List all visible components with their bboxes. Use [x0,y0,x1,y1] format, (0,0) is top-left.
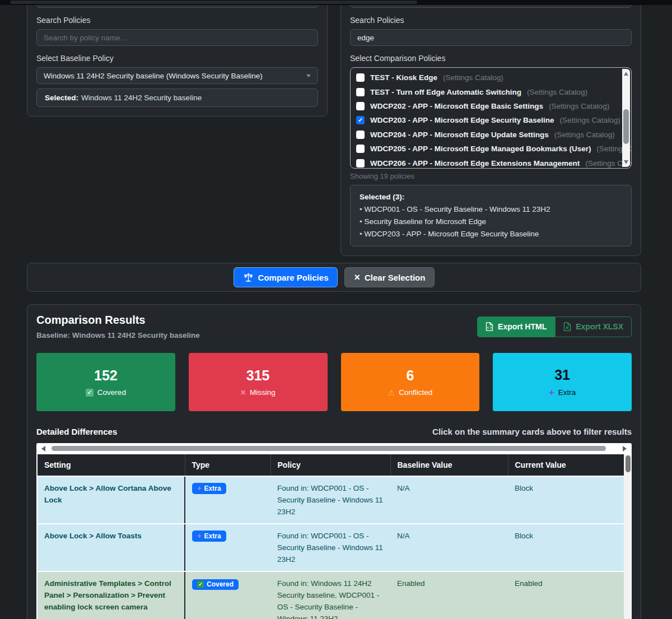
covered-label: Covered [97,388,126,397]
scales-icon [243,272,254,283]
policy-cell: Found in: WDCP001 - OS - Security Baseli… [270,524,390,571]
scroll-down-arrow-icon[interactable] [624,160,628,164]
table-header-row: Setting Type Policy Baseline Value Curre… [38,454,624,476]
checkbox-unchecked-icon[interactable] [356,88,365,96]
extra-count: 31 [554,367,570,383]
covered-count: 152 [94,367,118,384]
current-value-cell: Enabled [508,571,624,619]
policy-list-item[interactable]: ✓ WDCP203 - APP - Microsoft Edge Securit… [356,113,619,127]
missing-count: 315 [246,367,270,384]
results-title: Comparison Results [36,314,200,327]
baseline-value-cell: Enabled [390,571,508,619]
checkbox-unchecked-icon[interactable] [356,159,365,167]
policy-comparison-page: Windows Security baseline Search Policie… [0,5,672,619]
baseline-search-label: Search Policies [36,16,318,25]
comparison-search-label: Search Policies [350,16,632,25]
warning-icon: ⚠ [388,389,395,397]
differences-table-container: Setting Type Policy Baseline Value Curre… [36,443,632,619]
policy-list-item[interactable]: TEST - Kiosk Edge (Settings Catalog) [356,71,619,85]
comparison-selected-box: Selected (3): WDCP001 - OS - Security Ba… [350,185,632,246]
table-horizontal-scrollbar[interactable] [38,444,631,453]
setting-cell: Above Lock > Allow Toasts [38,524,185,571]
policy-list-item[interactable]: WDCP205 - APP - Microsoft Edge Managed B… [356,142,619,156]
baseline-prefix: Baseline: [36,331,70,339]
baseline-value-cell: N/A [390,524,508,571]
column-header-baseline-value: Baseline Value [390,454,508,476]
browser-chrome-inner [10,1,417,4]
baseline-value-cell: N/A [390,476,508,524]
policy-list-item[interactable]: WDCP204 - APP - Microsoft Edge Update Se… [356,128,619,142]
checkbox-unchecked-icon[interactable] [356,131,365,139]
policy-list-item[interactable]: TEST - Turn off Edge Automatic Switching… [356,85,619,99]
policy-cell: Found in: Windows 11 24H2 Security basel… [270,571,390,619]
baseline-name: Windows 11 24H2 Security baseline [72,331,200,339]
extra-label: Extra [558,388,576,397]
baseline-search-input[interactable] [36,29,318,46]
checkbox-unchecked-icon[interactable] [356,102,365,110]
comparison-policy-panel: All Policy Types Search Policies Select … [340,0,641,256]
check-square-icon: ✓ [197,581,204,588]
browser-chrome-strip [0,0,672,5]
results-header: Comparison Results Baseline: Windows 11 … [36,314,632,339]
select-baseline-label: Select Baseline Policy [36,54,318,63]
selected-policy-item: Security Baseline for Microsoft Edge [360,216,622,228]
scroll-up-arrow-icon[interactable] [624,72,628,76]
checkbox-checked-icon[interactable]: ✓ [356,116,365,124]
column-header-policy: Policy [270,454,390,476]
results-header-text: Comparison Results Baseline: Windows 11 … [36,314,200,339]
comparison-policies-listbox: TEST - Kiosk Edge (Settings Catalog) TES… [350,67,632,169]
baseline-policy-select-value: Windows 11 24H2 Security baseline (Windo… [44,72,263,80]
policy-list-item[interactable]: WDCP202 - APP - Microsoft Edge Basic Set… [356,99,619,113]
extra-badge: +Extra [192,483,226,494]
type-cell: ✓Covered [185,571,270,619]
scrollbar-thumb[interactable] [52,446,606,451]
conflicted-label: Conflicted [399,388,432,397]
xlsx-file-icon [563,322,571,331]
plus-icon: + [549,388,554,397]
column-header-current-value: Current Value [508,454,624,476]
export-html-label: Export HTML [498,322,547,331]
listbox-vertical-scrollbar[interactable] [622,69,630,167]
summary-cards-row: 152 ✓ Covered 315 × Missing 6 ⚠ Conflict… [36,353,632,411]
export-xlsx-button[interactable]: Export XLSX [555,317,632,337]
actions-bar: Compare Policies × Clear Selection [27,263,641,292]
compare-policies-button[interactable]: Compare Policies [234,267,338,287]
filter-hint-text: Click on the summary cards above to filt… [432,427,632,436]
select-comparison-label: Select Comparison Policies [350,54,632,63]
plus-icon: + [197,485,202,492]
baseline-policy-select[interactable]: Windows 11 24H2 Security baseline (Windo… [36,67,318,84]
policy-list-item[interactable]: WDCP206 - APP - Microsoft Edge Extension… [356,156,619,169]
checkbox-unchecked-icon[interactable] [356,145,365,153]
selected-policy-item: WDCP203 - APP - Microsoft Edge Security … [360,228,622,240]
chevron-down-icon [306,75,311,77]
close-icon: × [354,272,360,282]
scrollbar-thumb[interactable] [626,455,631,472]
missing-summary-card[interactable]: 315 × Missing [189,353,328,411]
baseline-policy-panel: Windows Security baseline Search Policie… [27,0,328,117]
check-square-icon: ✓ [86,389,94,397]
table-row: Above Lock > Allow Toasts +Extra Found i… [38,524,624,571]
type-cell: +Extra [185,524,270,571]
extra-badge: +Extra [192,530,226,542]
comparison-search-input[interactable] [350,29,632,46]
export-html-button[interactable]: Export HTML [477,317,555,337]
setting-cell: Administrative Templates > Control Panel… [38,571,185,619]
cross-icon: × [241,388,246,397]
table-vertical-scrollbar[interactable] [624,454,631,619]
checkbox-unchecked-icon[interactable] [356,73,365,82]
extra-summary-card[interactable]: 31 + Extra [493,353,632,411]
scroll-left-arrow-icon[interactable] [41,446,45,452]
scrollbar-thumb[interactable] [623,109,629,144]
selected-count-header: Selected (3): [360,191,622,203]
current-value-cell: Block [508,524,624,571]
showing-policies-count: Showing 19 policies [350,172,632,180]
covered-summary-card[interactable]: 152 ✓ Covered [36,353,175,411]
export-button-group: Export HTML Export XLSX [477,317,632,337]
results-baseline-text: Baseline: Windows 11 24H2 Security basel… [36,331,200,339]
covered-badge: ✓Covered [192,579,239,590]
clear-selection-label: Clear Selection [365,273,425,282]
clear-selection-button[interactable]: × Clear Selection [344,267,435,287]
selected-policy-item: WDCP001 - OS - Security Baseline - Windo… [360,203,622,216]
conflicted-summary-card[interactable]: 6 ⚠ Conflicted [341,353,480,411]
scroll-right-arrow-icon[interactable] [623,446,627,452]
